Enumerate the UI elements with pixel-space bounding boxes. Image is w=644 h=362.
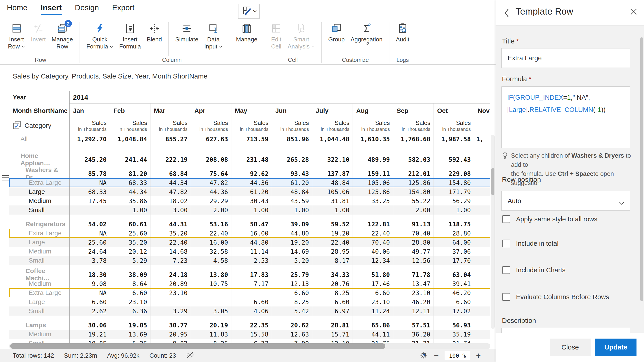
cell[interactable]: 19.21 — [69, 330, 110, 339]
cell[interactable]: 23.10 — [150, 288, 191, 297]
cell[interactable]: 2.00 — [191, 205, 231, 215]
column-header-may[interactable]: May — [231, 104, 272, 118]
manage-column-button[interactable]: Manage — [233, 22, 260, 44]
cell[interactable]: 20.76 — [312, 279, 352, 288]
cell[interactable]: 59.52 — [312, 220, 352, 229]
cell[interactable] — [474, 155, 490, 164]
cell[interactable]: 39.09 — [272, 220, 312, 229]
tab-insert[interactable]: Insert — [41, 3, 62, 15]
vertical-scrollbar-thumb[interactable] — [491, 168, 494, 195]
tab-export[interactable]: Export — [112, 3, 134, 15]
column-header-mar[interactable]: Mar — [150, 104, 191, 118]
eye-off-icon[interactable] — [186, 351, 194, 360]
cell[interactable]: 30.06 — [69, 320, 110, 330]
cell[interactable]: 47.82 — [150, 187, 191, 196]
cell[interactable] — [474, 339, 490, 343]
cell[interactable]: 68.84 — [150, 169, 191, 178]
cell[interactable] — [474, 178, 490, 187]
cell[interactable]: 14.69 — [272, 247, 312, 256]
vertical-scrollbar[interactable] — [491, 135, 495, 329]
tab-home[interactable]: Home — [7, 3, 28, 15]
cell[interactable]: 61.20 — [272, 178, 312, 187]
column-header-oct[interactable]: Oct — [434, 104, 474, 118]
table-row-extra-large[interactable]: Extra LargeNA25.6035.2022.4016.0044.8019… — [9, 229, 490, 238]
cell[interactable]: 28.80 — [393, 238, 434, 247]
cell[interactable]: 35.20 — [150, 229, 191, 238]
blend-button[interactable]: Blend — [144, 22, 165, 44]
cell[interactable]: 15.71 — [312, 330, 352, 339]
column-header-jan[interactable]: Jan — [69, 104, 110, 118]
table-row-all[interactable]: All1,292.701,048.84855.27627.63713.59851… — [9, 133, 490, 145]
cell[interactable]: 93.43 — [272, 169, 312, 178]
cell[interactable]: 5.36 — [110, 339, 150, 343]
cell[interactable]: 9.82 — [150, 339, 191, 343]
cell[interactable]: 44.80 — [231, 238, 272, 247]
cell[interactable]: 13.69 — [110, 330, 150, 339]
cell[interactable]: 18.30 — [69, 270, 110, 279]
cell[interactable]: 8.17 — [312, 256, 352, 265]
cell[interactable]: 6.77 — [231, 339, 272, 343]
checkbox-box[interactable] — [502, 215, 510, 223]
row-position-select[interactable]: Auto — [502, 191, 630, 211]
table-row-extra-large[interactable]: Extra LargeNA68.3344.3447.8244.3661.2048… — [9, 178, 490, 187]
cell[interactable]: 208.08 — [191, 155, 231, 164]
cell[interactable]: 30.77 — [150, 320, 191, 330]
cell[interactable] — [474, 288, 490, 297]
cell[interactable]: 3.05 — [191, 306, 231, 315]
cell[interactable]: 322.10 — [312, 155, 352, 164]
cell[interactable] — [474, 169, 490, 178]
cell[interactable]: 855.27 — [150, 133, 191, 145]
cell[interactable]: 32.58 — [191, 247, 231, 256]
cell[interactable]: 1.00 — [312, 205, 352, 215]
group-button[interactable]: Group — [325, 22, 348, 44]
cell[interactable]: 70.40 — [352, 238, 393, 247]
horizontal-scrollbar[interactable] — [9, 343, 490, 349]
manage-row-button[interactable]: 2ManageRow — [49, 22, 76, 51]
insert-formula-button[interactable]: InsertFormula — [116, 22, 144, 51]
cell[interactable] — [474, 320, 490, 330]
cell[interactable]: 125.86 — [352, 187, 393, 196]
cell[interactable]: 36.20 — [393, 330, 434, 339]
cell[interactable]: 81.20 — [110, 169, 150, 178]
cell[interactable]: 12.34 — [352, 256, 393, 265]
cell[interactable]: 8.64 — [110, 279, 150, 288]
tab-design[interactable]: Design — [75, 3, 99, 15]
cell[interactable]: 489.99 — [352, 155, 393, 164]
cell[interactable]: 5.20 — [272, 256, 312, 265]
cell[interactable]: 21.74 — [434, 339, 474, 343]
column-header-aug[interactable]: Aug — [352, 104, 393, 118]
cell[interactable] — [191, 288, 231, 297]
column-header-sep[interactable]: Sep — [393, 104, 434, 118]
cell[interactable]: 851.96 — [272, 133, 312, 145]
cell[interactable]: 39.41 — [434, 279, 474, 288]
cell[interactable]: 582.03 — [393, 155, 434, 164]
cell[interactable]: 8.36 — [191, 339, 231, 343]
cell[interactable] — [474, 229, 490, 238]
cell[interactable]: 265.28 — [272, 155, 312, 164]
cell[interactable]: 25.60 — [110, 229, 150, 238]
cell[interactable]: 3.78 — [69, 256, 110, 265]
horizontal-scrollbar-thumb[interactable] — [10, 343, 385, 349]
cell[interactable]: 12.56 — [393, 256, 434, 265]
cell[interactable]: 6.60 — [231, 297, 272, 306]
column-header-nov[interactable]: Nov — [474, 104, 490, 118]
cell[interactable]: 85.78 — [69, 169, 110, 178]
checkbox-include-in-total[interactable]: Include in total — [502, 240, 558, 247]
cell[interactable]: 48.84 — [272, 187, 312, 196]
cell[interactable]: 17.45 — [69, 196, 110, 205]
cell[interactable]: 20.95 — [150, 330, 191, 339]
cell[interactable]: 4.06 — [231, 306, 272, 315]
column-header-jun[interactable]: Jun — [272, 104, 312, 118]
cell[interactable] — [474, 196, 490, 205]
cell[interactable]: 20.62 — [272, 320, 312, 330]
close-icon[interactable] — [630, 8, 638, 17]
cell[interactable]: 6.60 — [110, 288, 150, 297]
cell[interactable] — [474, 187, 490, 196]
column-header-july[interactable]: July — [312, 104, 352, 118]
cell[interactable]: 154.80 — [393, 187, 434, 196]
table-row-washers-dr-[interactable]: Washers & Dr…85.7881.2068.8475.6492.6293… — [9, 169, 490, 178]
cell[interactable]: 2.00 — [393, 205, 434, 215]
cell[interactable]: 22.40 — [191, 229, 231, 238]
data-input-button[interactable]: DataInput — [201, 22, 226, 51]
cell[interactable] — [69, 205, 110, 215]
